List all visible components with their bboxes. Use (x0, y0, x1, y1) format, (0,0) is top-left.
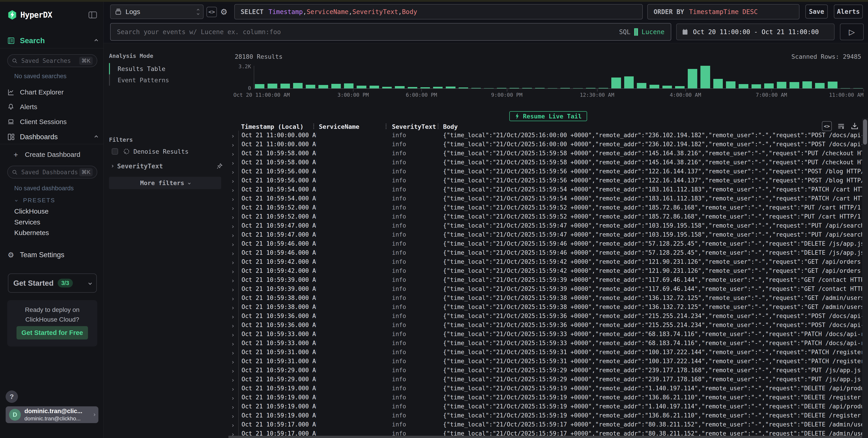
expand-chevron-icon[interactable] (228, 340, 238, 346)
expand-chevron-icon[interactable] (228, 349, 238, 356)
table-row[interactable]: Oct 21 10:59:47.000 AM info {"time_local… (228, 221, 862, 230)
expand-chevron-icon[interactable] (228, 358, 238, 365)
table-row[interactable]: Oct 21 10:59:38.000 AM info {"time_local… (228, 302, 862, 311)
expand-chevron-icon[interactable] (228, 231, 238, 238)
table-row[interactable]: Oct 21 10:59:33.000 AM info {"time_local… (228, 330, 862, 339)
table-row[interactable]: Oct 21 10:59:54.000 AM info {"time_local… (228, 194, 862, 203)
table-row[interactable]: Oct 21 10:59:39.000 AM info {"time_local… (228, 275, 862, 284)
expand-chevron-icon[interactable] (228, 276, 238, 283)
expand-chevron-icon[interactable] (228, 412, 238, 419)
preset-clickhouse[interactable]: ClickHouse (14, 207, 49, 215)
get-started-free-button[interactable]: Get Started for Free (17, 326, 88, 339)
table-row[interactable]: Oct 21 10:59:19.000 AM info {"time_local… (228, 384, 862, 393)
user-menu[interactable]: D dominic.tran@clic... dominic.tran@clic… (6, 406, 98, 423)
pin-icon[interactable] (216, 163, 223, 169)
expand-chevron-icon[interactable] (228, 430, 238, 436)
saved-dashboards-input[interactable]: Saved Dashboards ⌘K (7, 166, 97, 178)
expand-chevron-icon[interactable] (228, 295, 238, 301)
language-lucene[interactable]: Lucene (642, 28, 664, 36)
table-row[interactable]: Oct 21 10:59:58.000 AM info {"time_local… (228, 149, 862, 158)
table-row[interactable]: Oct 21 10:59:52.000 AM info {"time_local… (228, 212, 862, 221)
help-button[interactable]: ? (6, 391, 18, 403)
table-row[interactable]: Oct 21 10:59:17.000 AM info {"time_local… (228, 429, 862, 436)
denoise-label[interactable]: Denoise Results (133, 148, 189, 155)
table-row[interactable]: Oct 21 10:59:42.000 AM info {"time_local… (228, 266, 862, 275)
table-row[interactable]: Oct 21 10:59:36.000 AM info {"time_local… (228, 321, 862, 330)
expand-chevron-icon[interactable] (228, 267, 238, 274)
expand-chevron-icon[interactable] (228, 240, 238, 247)
expand-chevron-icon[interactable] (228, 168, 238, 175)
sidebar-item-dashboards[interactable]: Dashboards (7, 132, 97, 141)
table-row[interactable]: Oct 21 10:59:17.000 AM info {"time_local… (228, 420, 862, 429)
expand-chevron-icon[interactable] (228, 222, 238, 229)
col-header-body[interactable]: Body (443, 123, 458, 130)
expand-chevron-icon[interactable] (228, 141, 238, 147)
table-row[interactable]: Oct 21 10:59:38.000 AM info {"time_local… (228, 293, 862, 302)
table-row[interactable]: Oct 21 11:00:00.000 AM info {"time_local… (228, 140, 862, 149)
expand-chevron-icon[interactable] (228, 376, 238, 383)
sidebar-item-chart-explorer[interactable]: Chart Explorer (7, 88, 97, 96)
table-row[interactable]: Oct 21 10:59:19.000 AM info {"time_local… (228, 402, 862, 411)
expand-chevron-icon[interactable] (228, 132, 238, 139)
table-row[interactable]: Oct 21 10:59:54.000 AM info {"time_local… (228, 185, 862, 194)
table-row[interactable]: Oct 21 10:59:31.000 AM info {"time_local… (228, 347, 862, 357)
table-row[interactable]: Oct 21 10:59:36.000 AM info {"time_local… (228, 311, 862, 321)
create-dashboard-button[interactable]: + Create Dashboard (7, 150, 97, 159)
expand-chevron-icon[interactable] (228, 177, 238, 184)
expand-chevron-icon[interactable] (228, 249, 238, 256)
table-row[interactable]: Oct 21 10:59:42.000 AM info {"time_local… (228, 257, 862, 266)
select-columns-input[interactable]: SELECT Timestamp,ServiceName,SeverityTex… (234, 4, 643, 20)
col-header-timestamp[interactable]: Timestamp (Local) (241, 123, 304, 130)
expand-chevron-icon[interactable] (228, 312, 238, 319)
expand-chevron-icon[interactable] (228, 258, 238, 265)
expand-chevron-icon[interactable] (228, 159, 238, 166)
expand-chevron-icon[interactable] (228, 322, 238, 328)
table-row[interactable]: Oct 21 10:59:46.000 AM info {"time_local… (228, 248, 862, 257)
resume-live-tail-button[interactable]: Resume Live Tail (509, 111, 587, 121)
edit-sql-button[interactable]: <> (207, 7, 217, 17)
expand-chevron-icon[interactable] (228, 304, 238, 310)
sidebar-collapse-icon[interactable] (88, 11, 97, 19)
col-header-severitytext[interactable]: SeverityText (392, 123, 436, 130)
sidebar-item-client-sessions[interactable]: Client Sessions (7, 118, 97, 126)
vertical-scrollbar[interactable] (862, 119, 868, 438)
expand-chevron-icon[interactable] (228, 385, 238, 392)
table-row[interactable]: Oct 21 10:59:56.000 AM info {"time_local… (228, 167, 862, 176)
expand-chevron-icon[interactable] (228, 186, 238, 193)
table-row[interactable]: Oct 21 10:59:46.000 AM info {"time_local… (228, 239, 862, 248)
code-view-icon[interactable]: <> (822, 121, 832, 131)
presets-group-toggle[interactable]: PRESETS (7, 196, 97, 204)
saved-searches-input[interactable]: Saved Searches ⌘K (7, 54, 97, 67)
horizontal-scrollbar[interactable] (228, 436, 862, 438)
table-row[interactable]: Oct 21 10:59:29.000 AM info {"time_local… (228, 375, 862, 384)
expand-chevron-icon[interactable] (228, 403, 238, 410)
source-settings-gear-icon[interactable]: ⚙ (219, 7, 229, 17)
table-row[interactable]: Oct 21 10:59:52.000 AM info {"time_local… (228, 203, 862, 212)
search-input[interactable]: Search your events w/ Lucene ex. column:… (110, 23, 671, 41)
chevron-up-icon[interactable] (95, 39, 98, 42)
wrap-lines-icon[interactable] (837, 122, 845, 130)
denoise-checkbox[interactable] (112, 148, 118, 155)
table-row[interactable]: Oct 21 11:00:00.000 AM info {"time_local… (228, 131, 862, 140)
table-row[interactable]: Oct 21 10:59:29.000 AM info {"time_local… (228, 366, 862, 375)
column-separator[interactable] (385, 124, 386, 129)
severity-filter-group[interactable]: SeverityText (111, 162, 223, 171)
expand-chevron-icon[interactable] (228, 195, 238, 202)
preset-kubernetes[interactable]: Kubernetes (14, 229, 49, 237)
tab-event-patterns[interactable]: Event Patterns (109, 74, 223, 86)
sidebar-item-alerts[interactable]: Alerts (7, 103, 97, 111)
order-by-input[interactable]: ORDER BY TimestampTime DESC (647, 4, 800, 20)
run-query-button[interactable]: ▷ (840, 24, 864, 40)
get-started-toggle[interactable]: Get Started 3/3 (8, 273, 97, 293)
sidebar-item-search[interactable]: Search (7, 36, 97, 45)
expand-chevron-icon[interactable] (228, 204, 238, 211)
table-row[interactable]: Oct 21 10:59:19.000 AM info {"time_local… (228, 393, 862, 402)
tab-results-table[interactable]: Results Table (109, 63, 223, 74)
table-row[interactable]: Oct 21 10:59:19.000 AM info {"time_local… (228, 411, 862, 420)
preset-services[interactable]: Services (14, 218, 40, 226)
sidebar-item-team-settings[interactable]: ⚙ Team Settings (7, 251, 97, 259)
more-filters-button[interactable]: More filters (109, 177, 221, 189)
download-icon[interactable] (850, 122, 859, 130)
table-row[interactable]: Oct 21 10:59:39.000 AM info {"time_local… (228, 284, 862, 293)
source-select[interactable]: Logs (110, 4, 204, 19)
